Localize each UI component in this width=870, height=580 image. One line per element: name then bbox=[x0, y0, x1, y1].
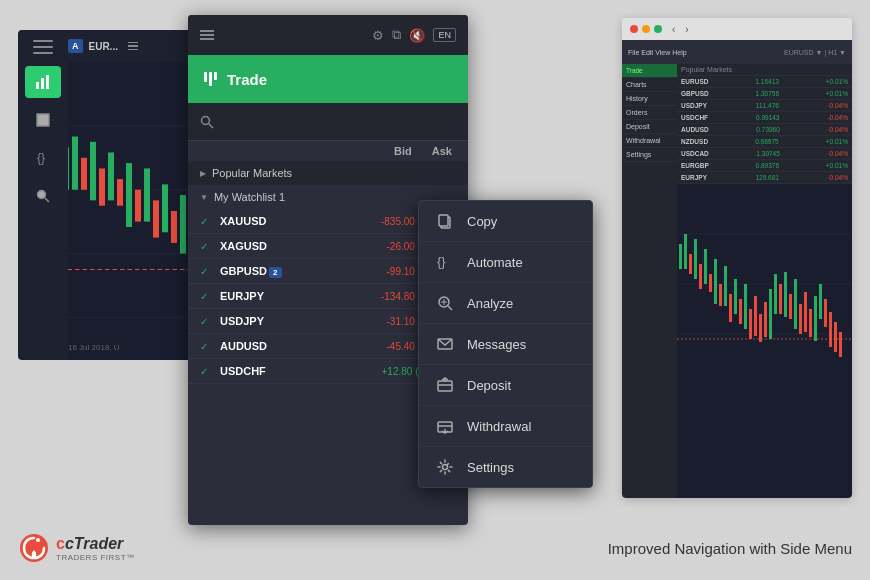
topbar-volume-icon[interactable]: 🔇 bbox=[409, 28, 425, 43]
menu-item-automate[interactable]: {} Automate bbox=[419, 242, 592, 283]
analyze-icon bbox=[435, 293, 455, 313]
sidebar-item-search[interactable] bbox=[25, 180, 61, 212]
menu-item-analyze[interactable]: Analyze bbox=[419, 283, 592, 324]
svg-point-5 bbox=[38, 191, 46, 199]
svg-rect-16 bbox=[108, 152, 114, 200]
svg-rect-18 bbox=[126, 163, 132, 227]
list-item[interactable]: USDJPY 111.476 -0.04% bbox=[677, 100, 852, 112]
menu-item-deposit[interactable]: Deposit bbox=[419, 365, 592, 406]
menu-item-withdrawal[interactable]: Withdrawal bbox=[419, 406, 592, 447]
instrument-name: XAGUSD bbox=[220, 240, 379, 252]
list-item[interactable]: EURGBP 0.89376 +0.01% bbox=[677, 160, 852, 172]
menu-item-deposit-label: Deposit bbox=[467, 378, 511, 393]
rp-sidebar-trade[interactable]: Trade bbox=[622, 64, 677, 78]
left-sidebar: {} bbox=[18, 30, 68, 360]
topbar-settings-icon[interactable]: ⚙ bbox=[372, 28, 384, 43]
svg-rect-66 bbox=[749, 309, 752, 339]
withdrawal-icon bbox=[435, 416, 455, 436]
svg-rect-71 bbox=[774, 274, 777, 314]
chart-hamburger bbox=[128, 42, 138, 51]
svg-rect-82 bbox=[829, 312, 832, 347]
traffic-light-red[interactable] bbox=[630, 25, 638, 33]
chart-date-label: 16 Jul 2018, U bbox=[68, 343, 120, 352]
sidebar-item-braces[interactable]: {} bbox=[25, 142, 61, 174]
right-panel: ‹ › File Edit View Help EURUSD ▼ | H1 ▼ … bbox=[622, 18, 852, 498]
svg-rect-81 bbox=[824, 299, 827, 327]
main-topbar: ⚙ ⧉ 🔇 EN bbox=[188, 15, 468, 55]
svg-point-31 bbox=[202, 116, 210, 124]
list-item[interactable]: NZDUSD 0.68975 +0.01% bbox=[677, 136, 852, 148]
background: {} A EUR... bbox=[0, 0, 870, 580]
menu-item-messages[interactable]: Messages bbox=[419, 324, 592, 365]
check-icon: ✓ bbox=[200, 341, 212, 352]
nav-back-icon[interactable]: ‹ bbox=[672, 24, 675, 35]
right-panel-titlebar: ‹ › bbox=[622, 18, 852, 40]
svg-text:{}: {} bbox=[37, 151, 45, 165]
instrument-name: AUDUSD bbox=[220, 340, 379, 352]
ctrader-logo-icon bbox=[18, 532, 50, 564]
list-item[interactable]: GBPUSD 1.30756 +0.01% bbox=[677, 88, 852, 100]
menu-item-messages-label: Messages bbox=[467, 337, 526, 352]
svg-rect-15 bbox=[99, 168, 105, 205]
traffic-light-green[interactable] bbox=[654, 25, 662, 33]
popular-markets-label: Popular Markets bbox=[212, 167, 292, 179]
svg-rect-76 bbox=[799, 304, 802, 334]
check-icon: ✓ bbox=[200, 316, 212, 327]
list-item[interactable]: USDCHF 0.99143 -0.04% bbox=[677, 112, 852, 124]
svg-rect-80 bbox=[819, 284, 822, 319]
ask-col-header: Ask bbox=[432, 145, 452, 157]
svg-rect-54 bbox=[689, 254, 692, 274]
svg-rect-75 bbox=[794, 279, 797, 329]
svg-rect-60 bbox=[719, 284, 722, 306]
rp-watchlist: Popular Markets EURUSD 1.16413 +0.01% GB… bbox=[677, 64, 852, 184]
svg-rect-57 bbox=[704, 249, 707, 284]
sidebar-item-rectangle[interactable] bbox=[25, 104, 61, 136]
watchlist-title: My Watchlist 1 bbox=[214, 191, 285, 203]
logo-text-block: ccTrader TRADERS FIRST™ bbox=[56, 535, 135, 562]
menu-item-withdrawal-label: Withdrawal bbox=[467, 419, 531, 434]
rp-sidebar-orders[interactable]: Orders bbox=[622, 106, 677, 120]
svg-rect-0 bbox=[36, 82, 39, 89]
popular-markets-section[interactable]: ▶ Popular Markets bbox=[188, 161, 468, 185]
list-item[interactable]: AUDUSD 0.73960 -0.04% bbox=[677, 124, 852, 136]
rp-sidebar-settings[interactable]: Settings bbox=[622, 148, 677, 162]
menu-item-copy[interactable]: Copy bbox=[419, 201, 592, 242]
list-item[interactable]: USDCAD 1.30745 -0.04% bbox=[677, 148, 852, 160]
rp-sidebar-chart[interactable]: Charts bbox=[622, 78, 677, 92]
bid-col-header: Bid bbox=[394, 145, 412, 157]
svg-rect-14 bbox=[90, 142, 96, 201]
menu-item-settings[interactable]: Settings bbox=[419, 447, 592, 487]
rp-sidebar-deposit[interactable]: Deposit bbox=[622, 120, 677, 134]
logo-tagline: TRADERS FIRST™ bbox=[56, 553, 135, 562]
list-item[interactable]: EURUSD 1.16413 +0.01% bbox=[677, 76, 852, 88]
list-item[interactable]: EURJPY 129.681 -0.04% bbox=[677, 172, 852, 184]
svg-rect-69 bbox=[764, 302, 767, 337]
rp-sidebar: Trade Charts History Orders Deposit With… bbox=[622, 64, 677, 498]
right-panel-toolbar: File Edit View Help EURUSD ▼ | H1 ▼ bbox=[622, 40, 852, 64]
context-menu: Copy {} Automate Analyze bbox=[418, 200, 593, 488]
svg-rect-84 bbox=[839, 332, 842, 357]
check-icon: ✓ bbox=[200, 216, 212, 227]
instrument-name: GBPUSD2 bbox=[220, 265, 379, 277]
rp-watchlist-header: Popular Markets bbox=[677, 64, 852, 76]
menu-item-settings-label: Settings bbox=[467, 460, 514, 475]
rp-sidebar-withdrawal[interactable]: Withdrawal bbox=[622, 134, 677, 148]
svg-rect-70 bbox=[769, 289, 772, 339]
sidebar-item-chart[interactable] bbox=[25, 66, 61, 98]
svg-rect-65 bbox=[744, 284, 747, 329]
nav-forward-icon[interactable]: › bbox=[685, 24, 688, 35]
svg-rect-20 bbox=[144, 168, 150, 221]
menu-item-copy-label: Copy bbox=[467, 214, 497, 229]
svg-line-6 bbox=[45, 198, 50, 203]
svg-rect-21 bbox=[153, 200, 159, 237]
svg-rect-22 bbox=[162, 184, 168, 232]
rp-sidebar-history[interactable]: History bbox=[622, 92, 677, 106]
topbar-copy-icon[interactable]: ⧉ bbox=[392, 27, 401, 43]
topbar-lang-badge[interactable]: EN bbox=[433, 28, 456, 42]
sidebar-hamburger-icon[interactable] bbox=[33, 40, 53, 54]
svg-rect-17 bbox=[117, 179, 123, 206]
traffic-light-yellow[interactable] bbox=[642, 25, 650, 33]
topbar-hamburger-icon[interactable] bbox=[200, 30, 214, 40]
svg-rect-63 bbox=[734, 279, 737, 314]
check-icon: ✓ bbox=[200, 241, 212, 252]
